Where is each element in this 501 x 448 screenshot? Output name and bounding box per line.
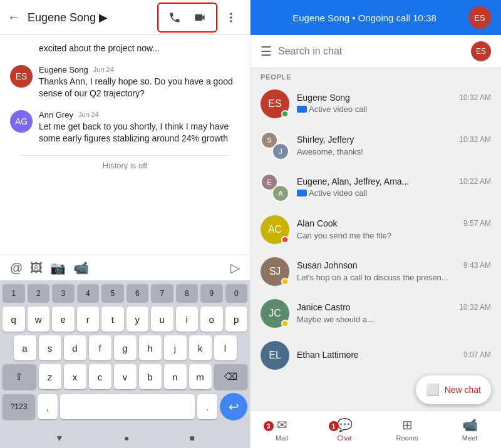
key-z[interactable]: z	[39, 364, 61, 389]
video-icon	[297, 190, 307, 196]
key-8[interactable]: 8	[176, 284, 199, 303]
symbols-key[interactable]: ?123	[3, 394, 35, 419]
enter-key[interactable]: ↩	[220, 393, 247, 420]
send-button[interactable]: ▷	[230, 260, 240, 275]
key-v[interactable]: v	[114, 364, 137, 389]
nav-back-triangle[interactable]: ▼	[55, 433, 64, 443]
key-w[interactable]: w	[28, 307, 50, 332]
key-s[interactable]: s	[39, 335, 61, 360]
message-text-eugene: Thanks Ann, I really hope so. Do you hav…	[39, 76, 233, 99]
key-2[interactable]: 2	[28, 284, 50, 303]
message-meta: Eugene Song Jun 24	[39, 65, 240, 74]
meet-icon: 📹	[462, 417, 478, 432]
chat-avatar-group: E A	[261, 173, 289, 202]
key-d[interactable]: d	[64, 335, 86, 360]
key-6[interactable]: 6	[127, 284, 149, 303]
message-sender-ann: Ann Grey	[39, 110, 73, 120]
nav-home-circle[interactable]: ●	[124, 433, 129, 443]
status-dot-busy	[281, 278, 289, 285]
key-k[interactable]: k	[189, 335, 212, 360]
key-4[interactable]: 4	[77, 284, 100, 303]
chat-info-group: Eugene, Alan, Jeffrey, Ama... 10:22 AM A…	[297, 176, 491, 199]
key-a[interactable]: a	[14, 335, 36, 360]
chat-name: Shirley, Jeffery	[297, 135, 354, 145]
avatar-eugene: ES	[10, 65, 33, 88]
chat-name-row: Susan Johnson 9:43 AM	[297, 260, 491, 270]
more-options-button[interactable]	[220, 6, 242, 29]
key-0[interactable]: 0	[225, 284, 248, 303]
nav-mail[interactable]: ✉ 3 Mail	[250, 411, 313, 448]
message-content-ann: Ann Grey Jun 24 Let me get back to you s…	[39, 110, 240, 145]
key-x[interactable]: x	[64, 364, 86, 389]
message-group-eugene: ES Eugene Song Jun 24 Thanks Ann, I real…	[10, 65, 240, 100]
chat-item-alan[interactable]: AC Alan Cook 9:57 AM Can you send me the…	[250, 209, 501, 251]
nav-meet[interactable]: 📹 Meet	[438, 411, 501, 448]
call-buttons-highlight	[157, 3, 217, 33]
key-u[interactable]: u	[151, 307, 173, 332]
nav-rooms[interactable]: ⊞ Rooms	[376, 411, 438, 448]
phone-call-button[interactable]	[163, 6, 186, 29]
key-l[interactable]: l	[214, 335, 237, 360]
chat-list: ES Eugene Song 10:32 AM Active video cal…	[250, 83, 501, 410]
key-h[interactable]: h	[139, 335, 162, 360]
key-f[interactable]: f	[89, 335, 111, 360]
chat-item-susan[interactable]: SJ Susan Johnson 9:43 AM Let's hop on a …	[250, 251, 501, 293]
key-p[interactable]: p	[225, 307, 248, 332]
search-input[interactable]	[278, 46, 465, 57]
chat-info-janice: Janice Castro 10:32 AM Maybe we should a…	[297, 302, 491, 325]
chat-item-shirley[interactable]: S J Shirley, Jeffery 10:32 AM Awesome, t…	[250, 125, 501, 167]
key-5[interactable]: 5	[101, 284, 124, 303]
chat-contact-name[interactable]: Eugene Song ▶	[28, 11, 157, 24]
key-m[interactable]: m	[189, 364, 212, 389]
key-i[interactable]: i	[176, 307, 199, 332]
status-dot-dnd	[281, 236, 289, 243]
rooms-label: Rooms	[396, 434, 418, 442]
chat-item-janice[interactable]: JC Janice Castro 10:32 AM Maybe we shoul…	[250, 293, 501, 335]
message-group-ann: AG Ann Grey Jun 24 Let me get back to yo…	[10, 110, 240, 145]
chat-item-eugene[interactable]: ES Eugene Song 10:32 AM Active video cal…	[250, 83, 501, 125]
key-3[interactable]: 3	[52, 284, 75, 303]
comma-key[interactable]: ,	[38, 394, 58, 419]
chat-item-group[interactable]: E A Eugene, Alan, Jeffrey, Ama... 10:22 …	[250, 167, 501, 209]
key-9[interactable]: 9	[200, 284, 223, 303]
key-j[interactable]: j	[164, 335, 187, 360]
chat-time: 10:32 AM	[459, 93, 491, 102]
nav-chat[interactable]: 💬 1 Chat	[313, 411, 376, 448]
key-q[interactable]: q	[3, 307, 25, 332]
space-key[interactable]	[60, 394, 195, 419]
camera-button[interactable]: 📷	[50, 260, 66, 275]
key-n[interactable]: n	[164, 364, 187, 389]
chat-item-ethan[interactable]: EL Ethan Lattimore 9:07 AM	[250, 335, 501, 377]
hamburger-menu-button[interactable]: ☰	[261, 44, 272, 59]
user-avatar-search: ES	[471, 41, 491, 61]
svg-point-0	[230, 13, 232, 14]
period-key[interactable]: .	[197, 394, 217, 419]
meet-label: Meet	[462, 434, 477, 442]
key-c[interactable]: c	[89, 364, 111, 389]
shift-key[interactable]: ⇧	[3, 364, 36, 389]
search-bar: ☰ ES	[250, 35, 501, 68]
key-g[interactable]: g	[114, 335, 137, 360]
chat-badge: 1	[329, 421, 339, 431]
key-e[interactable]: e	[52, 307, 75, 332]
chat-name-row: Eugene Song 10:32 AM	[297, 93, 491, 103]
key-o[interactable]: o	[200, 307, 223, 332]
new-chat-fab[interactable]: ⬜ New chat	[416, 375, 491, 404]
key-y[interactable]: y	[127, 307, 149, 332]
key-1[interactable]: 1	[3, 284, 25, 303]
left-panel: ← Eugene Song ▶ excited about the projec…	[0, 0, 250, 448]
key-t[interactable]: t	[101, 307, 124, 332]
chat-name-row: Alan Cook 9:57 AM	[297, 218, 491, 228]
key-7[interactable]: 7	[151, 284, 173, 303]
key-b[interactable]: b	[139, 364, 162, 389]
video-add-button[interactable]: 📹	[73, 260, 89, 275]
back-button[interactable]: ←	[8, 10, 20, 24]
at-mention-button[interactable]: @	[10, 261, 23, 275]
key-r[interactable]: r	[77, 307, 100, 332]
video-call-button[interactable]	[189, 6, 211, 29]
image-button[interactable]: 🖼	[30, 261, 43, 275]
backspace-key[interactable]: ⌫	[214, 364, 248, 389]
message-sender: Eugene Song	[39, 65, 88, 74]
chat-avatar-susan: SJ	[261, 257, 289, 286]
nav-recent-square[interactable]: ■	[189, 433, 194, 443]
